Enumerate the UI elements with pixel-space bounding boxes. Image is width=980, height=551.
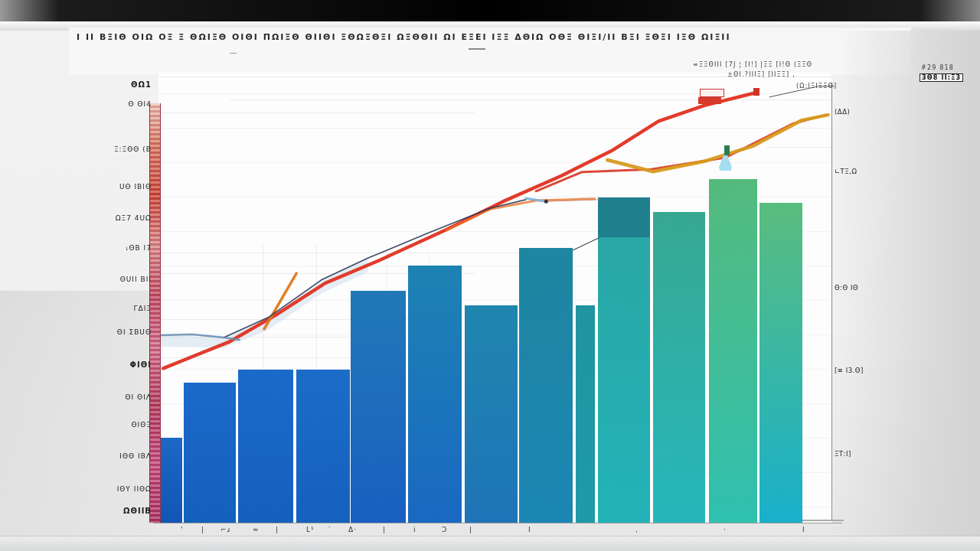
bar-series-column [408, 266, 462, 523]
right-axis-tick-label: [≡ Ι3.Θ] [835, 367, 864, 374]
right-axis-tick-label: Θ:Θ ΙΘ [835, 284, 858, 292]
x-axis-tick-label: ⌐ɹ [220, 526, 230, 533]
y-axis-tick-label: ΩΘΙΙΒ [90, 507, 152, 515]
chart-title: Ι ΙΙ ΒΞΙΘ ΟΙΩ ΟΞ Ξ ΘΩΙΞΘ ΟΙΘΙ ΠΩΙΞΘ ΘΙΙΘ… [77, 32, 903, 44]
title-small-dash [230, 53, 237, 54]
bar-series-column [238, 370, 293, 523]
x-axis-tick-label: I [802, 526, 805, 533]
window-bottom-strip [0, 536, 980, 551]
bar-series-column [598, 197, 650, 523]
right-axis-tick-label: ∟ΤΞ,Ω [835, 168, 857, 175]
screenshot-root: Ι ΙΙ ΒΞΙΘ ΟΙΩ ΟΞ Ξ ΘΩΙΞΘ ΟΙΘΙ ΠΩΙΞΘ ΘΙΙΘ… [0, 0, 980, 551]
annotation-text: (Ω:ΙΞΙΞΞΘ] [796, 83, 837, 90]
x-axis-tick-label: i [413, 526, 416, 533]
window-top-bar [0, 0, 980, 21]
right-axis-tick-label: ΞΤ:Ι] [835, 450, 851, 458]
bar-series-column [653, 212, 705, 523]
y-axis-tick-label: ΘUΙΙ ΒΙΙ [90, 276, 152, 283]
right-axis-tick-label: (ΔΔ) [835, 108, 850, 116]
y-axis-tick-label: Θ ΘΙ4 [90, 100, 152, 108]
y-axis-tick-label: UΘ ΙΒΙΘ [90, 183, 152, 191]
left-gray-shade [0, 291, 153, 536]
bar-stacked-cap [598, 197, 650, 237]
x-axis-tick-label: | [201, 526, 204, 533]
droplet-cap-marker [724, 145, 730, 155]
y-axis-tick-label: ΙΘΘ ΙΒΛ [90, 452, 152, 460]
red-filled-label-box [698, 97, 721, 104]
right-axis-line [831, 83, 832, 520]
y-axis-tick-label: ΩΞ7 4UΩ [90, 214, 152, 222]
y-axis-tick-label: ˪ΘΒ Ι7 [90, 244, 152, 252]
x-axis-tick-label: Ɔ [442, 526, 447, 533]
annotation-text: 3Θ8 ΙΙ:Ξ3 [920, 73, 963, 82]
annotation-text: ±ΘΙ.?ΙΙΙΞ] [ΙΙΞΞ] , [727, 71, 795, 78]
bar-series-column [296, 370, 350, 523]
gridline-horizontal-segment [159, 112, 475, 113]
x-axis-tick-label: | [469, 526, 472, 533]
y-axis-tick-label: ΘΙ ΘΙΛ [90, 393, 152, 401]
gridline-vertical-segment [263, 243, 263, 383]
red-flag-marker [753, 88, 760, 96]
bar-series-column [519, 248, 573, 523]
gridline-horizontal [159, 128, 831, 129]
gridline-horizontal-segment [159, 253, 536, 253]
gridline-horizontal-segment [230, 99, 831, 100]
red-outline-label-box [700, 89, 724, 97]
y-axis-tick-label: ΘΩ1 [90, 80, 152, 89]
y-axis-tick-label: ΘΙ ΣΒUΘ [90, 328, 152, 336]
right-axis-foot [802, 520, 844, 521]
bar-series-column [184, 383, 236, 523]
x-axis-tick-label: ' [181, 526, 183, 533]
y-axis-tick-label: ΙΘΥ ΙΙΘΩ [90, 485, 152, 493]
x-axis-tick-label: L¹ [306, 526, 315, 533]
gridline-vertical-segment [316, 243, 317, 383]
x-axis-tick-label: | [383, 526, 386, 533]
x-axis-tick-label: I [528, 526, 531, 533]
gridline-horizontal-segment [766, 147, 831, 148]
bar-series-column [576, 305, 595, 523]
y-axis-tick-label: Ξ:ΞΘΘ (Β [90, 145, 152, 153]
gridline-horizontal-segment [159, 337, 352, 337]
right-gray-shade [835, 31, 980, 536]
bar-series-column [351, 291, 406, 523]
title-underline-dash [469, 48, 485, 50]
y-axis-tick-label: ΘΙΘΞ [90, 421, 152, 429]
x-axis-tick-label: · [724, 526, 727, 533]
y-axis-tick-label: ΓΔΙΞ [90, 305, 152, 312]
bar-series-column [465, 305, 518, 523]
bar-series-column [760, 203, 802, 523]
gridline-horizontal [159, 93, 831, 94]
x-axis-tick-label: | [276, 526, 279, 533]
x-axis-tick-label: Δ· [348, 526, 357, 533]
annotation-text: #29 818 [921, 64, 954, 71]
bar-series-column [709, 179, 757, 523]
bar-series-column [158, 438, 182, 523]
y-axis-tick-label: ΦΙΘΙ [90, 360, 152, 369]
annotation-text: ≡ΞΞΘΙΙΙ [7J ¦ [Ι!] |ΞΞ [Ι!Θ (ΞΞΘ [693, 61, 812, 68]
x-axis-tick-label: ≈ [253, 526, 260, 533]
x-axis-line [153, 523, 842, 523]
x-axis-tick-label: ˙ [328, 526, 332, 533]
x-axis-tick-label: ˌ [635, 526, 638, 533]
